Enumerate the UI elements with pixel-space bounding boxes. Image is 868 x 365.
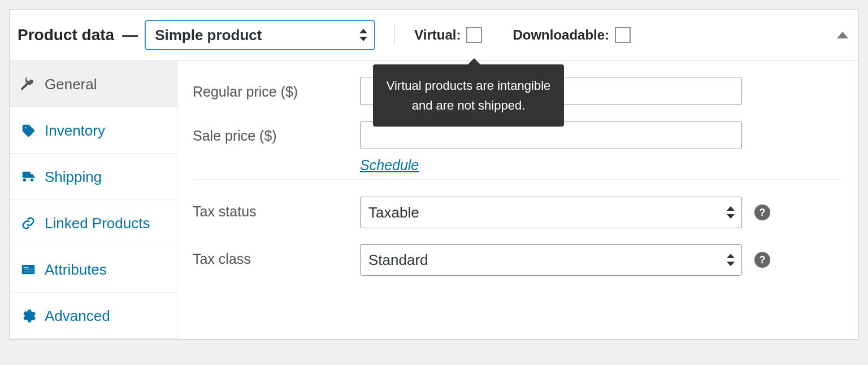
tax-status-row: Tax status Taxable ? [193,197,841,228]
tab-list: General Inventory Shipping Linked Produc… [10,61,178,339]
virtual-tooltip: Virtual products are intangible and are … [373,64,564,127]
tax-class-row: Tax class Standard ? [193,244,841,276]
tab-label: Shipping [45,170,102,184]
vertical-separator [394,25,395,45]
virtual-checkbox[interactable] [466,27,482,43]
wrench-icon [21,77,36,92]
tab-linked-products[interactable]: Linked Products [10,200,177,246]
collapse-panel-toggle[interactable] [837,32,848,38]
product-type-select[interactable]: Simple product [145,20,375,50]
tax-status-label: Tax status [193,197,360,220]
product-data-panel: Product data — Simple product Virtual: D… [9,9,859,340]
tax-status-select[interactable]: Taxable [360,197,742,228]
tab-label: Advanced [45,308,110,323]
truck-icon [21,170,36,184]
tab-attributes[interactable]: Attributes [10,246,177,293]
schedule-link[interactable]: Schedule [360,157,419,173]
tab-shipping[interactable]: Shipping [10,154,177,200]
svg-rect-1 [23,267,29,268]
tax-class-value: Standard [368,251,428,269]
tab-label: Inventory [45,123,105,138]
svg-rect-3 [23,271,33,272]
tag-icon [21,123,36,138]
card-icon [21,262,36,277]
regular-price-label: Regular price ($) [193,77,360,100]
gear-icon [21,308,36,323]
tab-label: Attributes [45,262,107,277]
tab-general[interactable]: General [10,61,177,107]
sale-price-label: Sale price ($) [193,121,360,144]
tab-advanced[interactable]: Advanced [10,293,177,339]
product-type-value: Simple product [155,27,262,44]
tax-section: Tax status Taxable ? Tax class Standard [193,179,841,276]
sort-icon [359,29,367,41]
tab-label: Linked Products [45,216,150,231]
downloadable-label: Downloadable: [513,27,609,43]
virtual-label: Virtual: [414,27,461,43]
panel-title-dash: — [122,26,138,44]
panel-title: Product data [18,26,114,44]
tooltip-text: Virtual products are intangible and are … [387,79,551,112]
tax-class-select[interactable]: Standard [360,244,742,276]
virtual-option[interactable]: Virtual: [414,27,482,43]
sale-price-row: Sale price ($) Schedule [193,121,841,173]
help-icon[interactable]: ? [754,252,770,268]
sort-icon [727,206,735,219]
sort-icon [727,254,735,266]
svg-rect-2 [23,270,33,271]
tax-class-label: Tax class [193,244,360,267]
link-icon [21,216,36,231]
tooltip-arrow-icon [468,58,480,64]
tab-inventory[interactable]: Inventory [10,107,177,154]
downloadable-checkbox[interactable] [615,27,631,43]
tax-status-value: Taxable [368,204,419,221]
panel-header: Product data — Simple product Virtual: D… [10,10,858,61]
downloadable-option[interactable]: Downloadable: [513,27,631,43]
tab-label: General [45,77,97,92]
help-icon[interactable]: ? [754,205,770,220]
